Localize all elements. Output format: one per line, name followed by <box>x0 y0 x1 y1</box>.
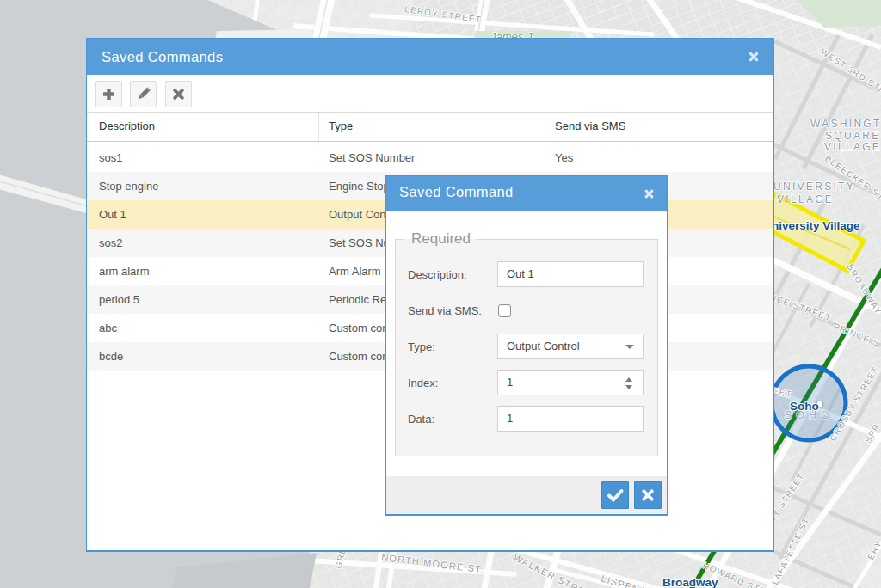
svg-text:Broadway: Broadway <box>662 576 718 588</box>
svg-text:SQUARE: SQUARE <box>825 130 880 142</box>
svg-text:Soho: Soho <box>790 400 819 413</box>
svg-text:WASHINGTON: WASHINGTON <box>810 118 881 130</box>
svg-text:niversity Village: niversity Village <box>772 219 860 232</box>
svg-text:UNIVERSITY: UNIVERSITY <box>773 181 855 193</box>
svg-text:VILLAGE: VILLAGE <box>824 141 881 153</box>
svg-text:VILLAGE: VILLAGE <box>777 193 834 205</box>
